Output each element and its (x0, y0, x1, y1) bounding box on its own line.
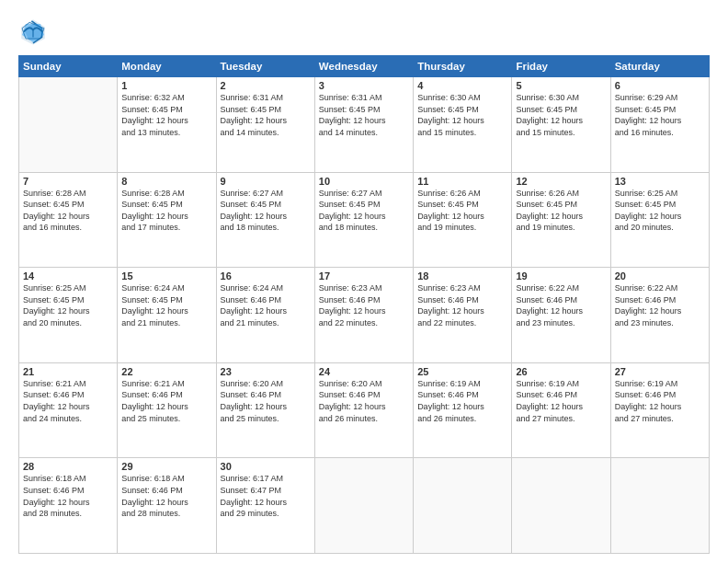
day-info: Sunrise: 6:22 AM Sunset: 6:46 PM Dayligh… (615, 282, 705, 328)
calendar-day-cell: 9Sunrise: 6:27 AM Sunset: 6:45 PM Daylig… (216, 172, 314, 268)
day-number: 12 (516, 176, 606, 187)
calendar-day-cell: 15Sunrise: 6:24 AM Sunset: 6:45 PM Dayli… (118, 268, 216, 363)
calendar-day-cell: 11Sunrise: 6:26 AM Sunset: 6:45 PM Dayli… (414, 172, 512, 268)
day-info: Sunrise: 6:18 AM Sunset: 6:46 PM Dayligh… (23, 473, 113, 519)
calendar-day-header: Tuesday (216, 56, 314, 77)
day-info: Sunrise: 6:19 AM Sunset: 6:46 PM Dayligh… (615, 378, 705, 424)
day-number: 23 (221, 366, 311, 377)
calendar-day-cell: 26Sunrise: 6:19 AM Sunset: 6:46 PM Dayli… (512, 362, 610, 458)
calendar-day-cell: 21Sunrise: 6:21 AM Sunset: 6:46 PM Dayli… (19, 362, 118, 458)
calendar-day-cell (610, 458, 709, 554)
day-number: 3 (319, 80, 409, 91)
day-number: 17 (319, 270, 409, 282)
calendar-day-cell: 14Sunrise: 6:25 AM Sunset: 6:45 PM Dayli… (19, 268, 118, 363)
calendar-day-cell: 23Sunrise: 6:20 AM Sunset: 6:46 PM Dayli… (216, 362, 314, 458)
day-number: 28 (23, 461, 113, 472)
day-info: Sunrise: 6:17 AM Sunset: 6:47 PM Dayligh… (221, 473, 311, 519)
day-info: Sunrise: 6:24 AM Sunset: 6:46 PM Dayligh… (221, 282, 311, 328)
day-info: Sunrise: 6:26 AM Sunset: 6:45 PM Dayligh… (516, 188, 606, 234)
calendar-day-cell: 17Sunrise: 6:23 AM Sunset: 6:46 PM Dayli… (314, 268, 413, 363)
day-number: 20 (615, 270, 705, 282)
calendar-day-cell: 2Sunrise: 6:31 AM Sunset: 6:45 PM Daylig… (216, 77, 314, 173)
calendar-day-cell (19, 77, 118, 173)
day-info: Sunrise: 6:31 AM Sunset: 6:45 PM Dayligh… (221, 92, 311, 138)
day-number: 7 (23, 176, 113, 187)
day-info: Sunrise: 6:24 AM Sunset: 6:45 PM Dayligh… (121, 282, 211, 328)
calendar-day-cell: 1Sunrise: 6:32 AM Sunset: 6:45 PM Daylig… (118, 77, 216, 173)
day-number: 10 (319, 176, 409, 187)
day-number: 21 (23, 366, 113, 377)
calendar-day-cell: 19Sunrise: 6:22 AM Sunset: 6:46 PM Dayli… (512, 268, 610, 363)
day-info: Sunrise: 6:27 AM Sunset: 6:45 PM Dayligh… (221, 188, 311, 234)
day-number: 25 (417, 366, 507, 377)
calendar-day-cell: 12Sunrise: 6:26 AM Sunset: 6:45 PM Dayli… (512, 172, 610, 268)
day-info: Sunrise: 6:28 AM Sunset: 6:45 PM Dayligh… (121, 188, 211, 234)
calendar-week-row: 28Sunrise: 6:18 AM Sunset: 6:46 PM Dayli… (19, 458, 710, 554)
calendar-header-row: SundayMondayTuesdayWednesdayThursdayFrid… (19, 56, 710, 77)
calendar-day-cell (512, 458, 610, 554)
header (18, 17, 710, 46)
calendar-day-cell: 30Sunrise: 6:17 AM Sunset: 6:47 PM Dayli… (216, 458, 314, 554)
calendar-day-cell: 10Sunrise: 6:27 AM Sunset: 6:45 PM Dayli… (314, 172, 413, 268)
day-number: 8 (121, 176, 211, 187)
day-info: Sunrise: 6:30 AM Sunset: 6:45 PM Dayligh… (516, 92, 606, 138)
calendar-day-cell: 27Sunrise: 6:19 AM Sunset: 6:46 PM Dayli… (610, 362, 709, 458)
calendar-day-header: Saturday (610, 56, 709, 77)
calendar-day-header: Monday (118, 56, 216, 77)
day-number: 15 (121, 270, 211, 282)
calendar-day-cell: 16Sunrise: 6:24 AM Sunset: 6:46 PM Dayli… (216, 268, 314, 363)
day-number: 16 (221, 270, 311, 282)
calendar-week-row: 1Sunrise: 6:32 AM Sunset: 6:45 PM Daylig… (19, 77, 710, 173)
calendar-day-cell: 22Sunrise: 6:21 AM Sunset: 6:46 PM Dayli… (118, 362, 216, 458)
calendar-day-cell: 6Sunrise: 6:29 AM Sunset: 6:45 PM Daylig… (610, 77, 709, 173)
day-info: Sunrise: 6:25 AM Sunset: 6:45 PM Dayligh… (23, 282, 113, 328)
day-info: Sunrise: 6:23 AM Sunset: 6:46 PM Dayligh… (417, 282, 507, 328)
day-number: 19 (516, 270, 606, 282)
day-info: Sunrise: 6:22 AM Sunset: 6:46 PM Dayligh… (516, 282, 606, 328)
calendar-day-header: Thursday (414, 56, 512, 77)
day-number: 13 (615, 176, 705, 187)
logo (18, 17, 51, 46)
calendar-day-header: Wednesday (314, 56, 413, 77)
calendar-day-cell: 25Sunrise: 6:19 AM Sunset: 6:46 PM Dayli… (414, 362, 512, 458)
calendar-day-header: Sunday (19, 56, 118, 77)
calendar-day-cell: 13Sunrise: 6:25 AM Sunset: 6:45 PM Dayli… (610, 172, 709, 268)
calendar-day-cell: 8Sunrise: 6:28 AM Sunset: 6:45 PM Daylig… (118, 172, 216, 268)
day-info: Sunrise: 6:28 AM Sunset: 6:45 PM Dayligh… (23, 188, 113, 234)
day-number: 27 (615, 366, 705, 377)
day-info: Sunrise: 6:19 AM Sunset: 6:46 PM Dayligh… (417, 378, 507, 424)
day-info: Sunrise: 6:27 AM Sunset: 6:45 PM Dayligh… (319, 188, 409, 234)
calendar-day-cell: 5Sunrise: 6:30 AM Sunset: 6:45 PM Daylig… (512, 77, 610, 173)
calendar-day-header: Friday (512, 56, 610, 77)
day-number: 9 (221, 176, 311, 187)
day-number: 22 (121, 366, 211, 377)
day-number: 5 (516, 80, 606, 91)
day-info: Sunrise: 6:30 AM Sunset: 6:45 PM Dayligh… (417, 92, 507, 138)
day-info: Sunrise: 6:26 AM Sunset: 6:45 PM Dayligh… (417, 188, 507, 234)
calendar-day-cell: 24Sunrise: 6:20 AM Sunset: 6:46 PM Dayli… (314, 362, 413, 458)
day-number: 26 (516, 366, 606, 377)
day-info: Sunrise: 6:25 AM Sunset: 6:45 PM Dayligh… (615, 188, 705, 234)
day-number: 2 (221, 80, 311, 91)
day-info: Sunrise: 6:20 AM Sunset: 6:46 PM Dayligh… (319, 378, 409, 424)
day-info: Sunrise: 6:29 AM Sunset: 6:45 PM Dayligh… (615, 92, 705, 138)
calendar-week-row: 21Sunrise: 6:21 AM Sunset: 6:46 PM Dayli… (19, 362, 710, 458)
calendar-week-row: 14Sunrise: 6:25 AM Sunset: 6:45 PM Dayli… (19, 268, 710, 363)
day-info: Sunrise: 6:23 AM Sunset: 6:46 PM Dayligh… (319, 282, 409, 328)
calendar-day-cell: 4Sunrise: 6:30 AM Sunset: 6:45 PM Daylig… (414, 77, 512, 173)
calendar-day-cell (414, 458, 512, 554)
calendar-week-row: 7Sunrise: 6:28 AM Sunset: 6:45 PM Daylig… (19, 172, 710, 268)
day-number: 11 (417, 176, 507, 187)
calendar-day-cell (314, 458, 413, 554)
day-number: 29 (121, 461, 211, 472)
day-number: 14 (23, 270, 113, 282)
day-number: 24 (319, 366, 409, 377)
day-info: Sunrise: 6:31 AM Sunset: 6:45 PM Dayligh… (319, 92, 409, 138)
page: SundayMondayTuesdayWednesdayThursdayFrid… (0, 0, 728, 563)
day-info: Sunrise: 6:20 AM Sunset: 6:46 PM Dayligh… (221, 378, 311, 424)
day-info: Sunrise: 6:18 AM Sunset: 6:46 PM Dayligh… (121, 473, 211, 519)
calendar-day-cell: 3Sunrise: 6:31 AM Sunset: 6:45 PM Daylig… (314, 77, 413, 173)
calendar-day-cell: 29Sunrise: 6:18 AM Sunset: 6:46 PM Dayli… (118, 458, 216, 554)
calendar-day-cell: 28Sunrise: 6:18 AM Sunset: 6:46 PM Dayli… (19, 458, 118, 554)
calendar-day-cell: 7Sunrise: 6:28 AM Sunset: 6:45 PM Daylig… (19, 172, 118, 268)
